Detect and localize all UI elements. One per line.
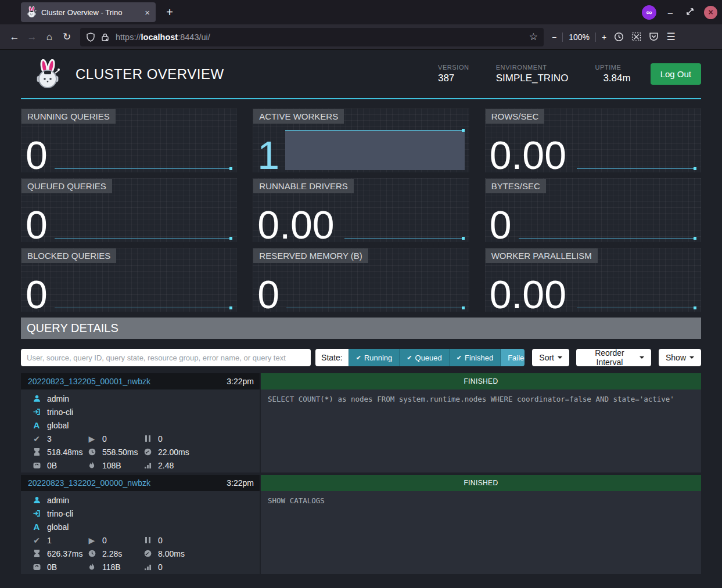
page-title: CLUSTER OVERVIEW: [76, 66, 224, 82]
query-resource-group-value: global: [47, 522, 69, 532]
query-splits-row: ✔3 ▶0 0: [21, 432, 260, 445]
query-resource-group: Aglobal: [21, 520, 260, 533]
check-icon: ✔: [356, 354, 361, 362]
minimize-button[interactable]: –: [664, 8, 676, 17]
logout-button[interactable]: Log Out: [651, 63, 701, 85]
query-source-value: trino-cli: [47, 407, 73, 417]
stat-value: 0.00: [257, 205, 334, 244]
bookmark-star-icon[interactable]: ☆: [529, 31, 538, 43]
state-filter-failed-dropdown[interactable]: Failed: [500, 349, 525, 366]
environment-label: ENVIRONMENT: [496, 64, 569, 71]
peak-memory: 108B: [87, 459, 143, 472]
version-label: VERSION: [438, 64, 469, 71]
query-id-link[interactable]: 20220823_132202_00000_nwbzk: [28, 478, 150, 488]
check-icon: ✔: [32, 536, 41, 545]
sparkline: [55, 238, 232, 239]
state-filter-label: State:: [315, 349, 349, 366]
query-row-body: admin trino-cli Aglobal ✔1 ▶0: [21, 491, 701, 574]
query-details-panel: admin trino-cli Aglobal ✔3 ▶0: [21, 389, 260, 472]
zoom-out-button[interactable]: −: [552, 33, 556, 42]
reorder-interval-dropdown[interactable]: Reorder Interval: [576, 349, 651, 366]
stat-label: RUNNING QUERIES: [21, 109, 116, 124]
screenshot-button[interactable]: [627, 28, 645, 46]
tab-close-icon[interactable]: ×: [143, 8, 151, 17]
current-memory-value: 0B: [47, 562, 57, 572]
current-memory: 0B: [32, 560, 87, 573]
chevron-down-icon: [640, 356, 644, 359]
stat-cards: RUNNING QUERIES 0 ACTIVE WORKERS 1 ROWS/…: [21, 109, 701, 312]
query-id-cell: 20220823_132205_00001_nwbzk 3:22pm: [21, 373, 260, 389]
current-memory: 0B: [32, 459, 87, 472]
show-label: Show: [666, 353, 686, 362]
stat-card-worker-parallelism: WORKER PARALLELISM 0.00: [485, 248, 701, 312]
query-memory-row: 0B 118B 0: [21, 560, 260, 573]
stat-value: 0.00: [490, 275, 566, 314]
sparkline: [577, 168, 696, 169]
running-splits-value: 0: [102, 434, 107, 443]
completed-splits: ✔1: [32, 533, 87, 547]
zoom-level[interactable]: 100%: [569, 33, 590, 42]
close-window-button[interactable]: ×: [704, 6, 717, 19]
stat-label: RESERVED MEMORY (B): [253, 248, 368, 263]
environment-value: SIMPLE_TRINO: [496, 73, 569, 84]
sort-dropdown[interactable]: Sort: [532, 349, 569, 366]
url-text[interactable]: https://localhost:8443/ui/: [116, 33, 529, 42]
lock-warning-icon[interactable]: [100, 33, 110, 42]
query-filter-toolbar: State: ✔ Running ✔ Queued ✔ Finished Fai…: [21, 349, 701, 366]
cumulative-memory-value: 2.48: [158, 461, 174, 470]
query-time: 3:22pm: [227, 478, 254, 488]
scale-icon: [32, 564, 41, 571]
peak-memory-value: 108B: [102, 461, 121, 470]
total-time-value: 2.28s: [102, 549, 122, 558]
history-button[interactable]: [610, 28, 627, 46]
sparkline-area: [285, 130, 464, 170]
gauge-icon: [143, 448, 152, 456]
new-tab-button[interactable]: +: [160, 3, 179, 21]
total-time: 2.28s: [87, 547, 143, 560]
running-splits: ▶0: [87, 432, 143, 445]
clock-icon: [87, 550, 96, 557]
query-time: 3:22pm: [227, 377, 254, 386]
tracking-shield-icon[interactable]: [86, 33, 95, 42]
pocket-button[interactable]: [645, 28, 662, 46]
state-filter-finished[interactable]: ✔ Finished: [449, 349, 500, 366]
state-filter-running[interactable]: ✔ Running: [349, 349, 400, 366]
sort-label: Sort: [539, 353, 554, 362]
menu-button[interactable]: ☰: [662, 28, 680, 46]
uptime-value: 3.84m: [595, 73, 630, 84]
back-button[interactable]: ←: [6, 28, 23, 46]
stat-card-blocked-queries: BLOCKED QUERIES 0: [21, 248, 237, 312]
query-resource-group-value: global: [47, 421, 69, 430]
stat-label: BYTES/SEC: [486, 179, 546, 193]
show-dropdown[interactable]: Show: [659, 349, 701, 366]
version-block: VERSION 387: [438, 64, 469, 84]
query-id-link[interactable]: 20220823_132205_00001_nwbzk: [28, 377, 150, 386]
query-row-header: 20220823_132205_00001_nwbzk 3:22pm FINIS…: [21, 373, 701, 389]
query-user-value: admin: [47, 394, 69, 403]
sparkline: [286, 308, 464, 308]
query-status-bar: FINISHED: [261, 373, 701, 389]
reload-button[interactable]: ↻: [58, 28, 76, 46]
query-search-input[interactable]: [21, 349, 311, 366]
query-resource-group: Aglobal: [21, 419, 260, 432]
state-filter-queued[interactable]: ✔ Queued: [399, 349, 448, 366]
stat-label: RUNNABLE DRIVERS: [253, 179, 354, 193]
forward-button[interactable]: →: [23, 28, 41, 46]
zoom-controls: − 100% +: [552, 33, 606, 42]
url-bar[interactable]: https://localhost:8443/ui/ ☆: [80, 28, 544, 46]
query-user-value: admin: [47, 496, 69, 505]
peak-memory-value: 118B: [102, 562, 121, 572]
stat-label: BLOCKED QUERIES: [21, 248, 116, 263]
restore-button[interactable]: [684, 8, 696, 17]
completed-splits-value: 3: [47, 434, 52, 443]
stat-label: WORKER PARALLELISM: [486, 248, 598, 263]
zoom-in-button[interactable]: +: [602, 33, 606, 42]
browser-tab[interactable]: Cluster Overview - Trino ×: [21, 2, 156, 22]
home-button[interactable]: ⌂: [41, 28, 58, 46]
font-icon: A: [32, 522, 41, 532]
cumulative-memory-value: 0: [158, 562, 163, 572]
total-time: 558.50ms: [87, 445, 143, 459]
query-row-header: 20220823_132202_00000_nwbzk 3:22pm FINIS…: [21, 475, 701, 491]
query-source: trino-cli: [21, 507, 260, 520]
fire-icon: [87, 563, 96, 571]
